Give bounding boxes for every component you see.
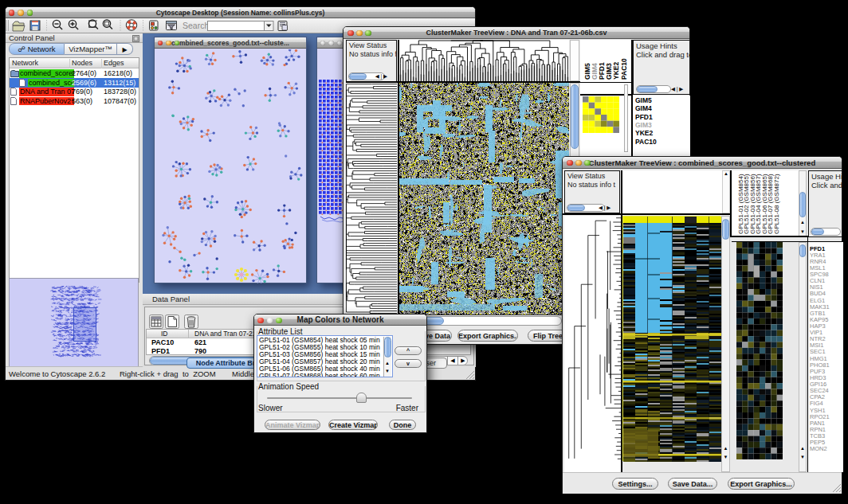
svg-text:Search:: Search: — [183, 21, 211, 30]
